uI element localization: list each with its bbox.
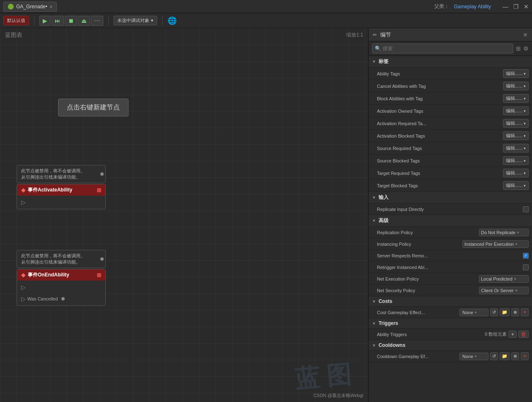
- section-cooldowns-arrow: ▼: [372, 343, 376, 348]
- toolbar-separator-2: [108, 16, 109, 26]
- panel-content: ▼ 标签 Ability Tags 编辑...... ▾ Cancel Abil…: [369, 56, 532, 402]
- minimize-btn[interactable]: —: [503, 3, 508, 10]
- close-btn[interactable]: ✕: [524, 3, 529, 10]
- section-costs-header[interactable]: ▼ Costs: [369, 296, 532, 307]
- node2-footer-arrow: ▷: [21, 295, 26, 302]
- cooldown-gameplay-value: None: [462, 354, 473, 359]
- prop-cost-gameplay-label: Cost Gameplay Effect...: [377, 310, 459, 315]
- tab-ga-grenade[interactable]: GA_Grenade• ×: [3, 2, 57, 12]
- activation-owned-edit-btn[interactable]: 编辑...... ▾: [503, 107, 529, 115]
- canvas-grid: [0, 28, 368, 402]
- prop-instancing-policy: Instancing Policy Instanced Per Executio…: [369, 238, 532, 250]
- replicate-input-checkbox[interactable]: [523, 206, 529, 212]
- instancing-policy-arrow: ▾: [515, 242, 517, 246]
- prop-server-respects: Server Respects Remo...: [369, 250, 532, 262]
- retrigger-instanced-checkbox[interactable]: [523, 264, 529, 270]
- node2-pin-dot: [100, 257, 104, 261]
- title-bar: GA_Grenade• × 父类： Gameplay Ability — ❐ ✕: [0, 0, 532, 13]
- target-required-edit-btn[interactable]: 编辑...... ▾: [503, 169, 529, 177]
- panel-close-btn[interactable]: ✕: [523, 31, 528, 38]
- prop-ability-triggers-label: Ability Triggers: [377, 332, 485, 337]
- section-advanced-header[interactable]: ▼ 高级: [369, 215, 532, 227]
- activation-required-arrow: ▾: [524, 121, 526, 126]
- activation-blocked-arrow: ▾: [524, 134, 526, 138]
- prop-net-security-value: Client Or Server ▾: [479, 287, 529, 294]
- debug-object-select[interactable]: 未选中调试对象 ▾: [114, 16, 157, 25]
- prop-cost-gameplay: Cost Gameplay Effect... None ▾ ↺ 📁 ⊕ ✕: [369, 307, 532, 318]
- cost-gameplay-browse-btn[interactable]: 📁: [500, 308, 510, 316]
- prop-source-required-value: 编辑...... ▾: [503, 144, 529, 153]
- net-execution-select[interactable]: Local Predicted ▾: [479, 275, 529, 283]
- main-layout: 蓝图表 缩放1:1 点击右键新建节点 此节点被禁用，将不会被调用。 从引脚连出引…: [0, 28, 532, 402]
- replication-policy-arrow: ▾: [517, 230, 519, 235]
- panel-title: 编节: [380, 31, 391, 39]
- node2-header-label: 事件OnEndAbility: [28, 271, 69, 278]
- node2-stop-btn[interactable]: [97, 273, 101, 277]
- block-abilities-edit-btn[interactable]: 编辑...... ▾: [503, 94, 529, 103]
- right-panel: ✏ 编节 ✕ 🔍 ⊞ ⚙ ▼ 标签 Ability Tags 编辑....: [368, 28, 532, 402]
- node-activate-ability[interactable]: 此节点被禁用，将不会被调用。 从引脚连出引线来编译功能。 ◆ 事件Activat…: [17, 165, 106, 209]
- instancing-policy-select[interactable]: Instanced Per Execution ▾: [462, 240, 529, 248]
- cooldown-gameplay-clear-btn[interactable]: ✕: [521, 352, 529, 360]
- prop-activation-required-value: 编辑...... ▾: [503, 119, 529, 128]
- search-input[interactable]: [383, 46, 510, 51]
- cancel-abilities-edit-btn[interactable]: 编辑...... ▾: [503, 82, 529, 90]
- toolbar: 默认认值 ▶ ⏭ ⏹ ⏏ ⋯ 未选中调试对象 ▾ 🌐: [0, 13, 532, 28]
- toolbar-separator-1: [34, 16, 34, 26]
- replication-policy-select[interactable]: Do Not Replicate ▾: [479, 229, 529, 236]
- node1-stop-btn[interactable]: [97, 188, 101, 192]
- node2-cancelled-label: Was Cancelled: [27, 296, 58, 301]
- source-blocked-edit-btn[interactable]: 编辑...... ▾: [503, 156, 529, 165]
- cost-gameplay-select[interactable]: None ▾: [459, 309, 488, 316]
- prop-activation-required-label: Activation Required Ta...: [377, 121, 503, 126]
- section-cooldowns-header[interactable]: ▼ Cooldowns: [369, 340, 532, 351]
- section-triggers-header[interactable]: ▼ Triggers: [369, 318, 532, 329]
- net-security-select[interactable]: Client Or Server ▾: [479, 287, 529, 294]
- cost-gameplay-refresh-btn[interactable]: ↺: [490, 308, 498, 316]
- prop-cancel-abilities-label: Cancel Abilities with Tag: [377, 84, 503, 89]
- play-button[interactable]: ▶: [39, 16, 51, 26]
- cooldown-gameplay-browse-btn[interactable]: 📁: [500, 352, 510, 360]
- stop-button[interactable]: ⏹: [65, 16, 77, 26]
- defaults-button[interactable]: 默认认值: [3, 16, 29, 25]
- prop-cooldown-gameplay-label: Cooldown Gameplay Ef...: [377, 354, 459, 359]
- node-end-ability[interactable]: 此节点被禁用，将不会被调用。 从引脚连出引线来编译功能。 ◆ 事件OnEndAb…: [17, 250, 106, 306]
- tab-close-btn[interactable]: ×: [50, 4, 52, 9]
- ability-triggers-add-btn[interactable]: +: [508, 331, 517, 338]
- section-costs-arrow: ▼: [372, 299, 376, 304]
- node1-body: ▷: [17, 196, 105, 209]
- target-blocked-edit-btn[interactable]: 编辑...... ▾: [503, 181, 529, 190]
- prop-activation-owned-label: Activation Owned Tags: [377, 109, 503, 114]
- parent-link[interactable]: Gameplay Ability: [454, 4, 491, 10]
- cooldown-gameplay-new-btn[interactable]: ⊕: [511, 352, 519, 360]
- activation-blocked-edit-btn[interactable]: 编辑...... ▾: [503, 131, 529, 140]
- cooldown-gameplay-select[interactable]: None ▾: [459, 353, 488, 360]
- canvas-label: 蓝图表: [5, 31, 22, 39]
- cooldown-gameplay-refresh-btn[interactable]: ↺: [490, 352, 498, 360]
- cost-gameplay-clear-btn[interactable]: ✕: [521, 308, 529, 316]
- more-button[interactable]: ⋯: [91, 16, 103, 26]
- globe-button[interactable]: 🌐: [168, 16, 177, 25]
- node2-warning: 此节点被禁用，将不会被调用。 从引脚连出引线来编译功能。: [17, 250, 106, 268]
- activation-owned-arrow: ▾: [524, 109, 526, 113]
- ability-tags-edit-btn[interactable]: 编辑...... ▾: [503, 69, 529, 78]
- prop-instancing-policy-value: Instanced Per Execution ▾: [462, 240, 529, 248]
- activation-required-edit-btn[interactable]: 编辑...... ▾: [503, 119, 529, 128]
- panel-header: ✏ 编节 ✕: [369, 28, 532, 41]
- ability-triggers-del-btn[interactable]: 🗑: [518, 331, 529, 338]
- gear-btn[interactable]: ⚙: [523, 45, 529, 52]
- prop-ability-tags: Ability Tags 编辑...... ▾: [369, 68, 532, 80]
- cost-gameplay-new-btn[interactable]: ⊕: [511, 308, 519, 316]
- server-respects-checkbox[interactable]: [523, 253, 529, 259]
- source-required-edit-btn[interactable]: 编辑...... ▾: [503, 144, 529, 153]
- section-tags-header[interactable]: ▼ 标签: [369, 56, 532, 68]
- eject-button[interactable]: ⏏: [78, 16, 90, 26]
- canvas-area[interactable]: 蓝图表 缩放1:1 点击右键新建节点 此节点被禁用，将不会被调用。 从引脚连出引…: [0, 28, 368, 402]
- replication-policy-value: Do Not Replicate: [481, 230, 515, 235]
- step-button[interactable]: ⏭: [51, 16, 64, 26]
- view-toggle-btn[interactable]: ⊞: [516, 45, 521, 52]
- restore-btn[interactable]: ❐: [513, 3, 519, 10]
- section-input-header[interactable]: ▼ 输入: [369, 192, 532, 203]
- pencil-icon: ✏: [373, 32, 377, 38]
- blueprint-icon: [8, 4, 14, 10]
